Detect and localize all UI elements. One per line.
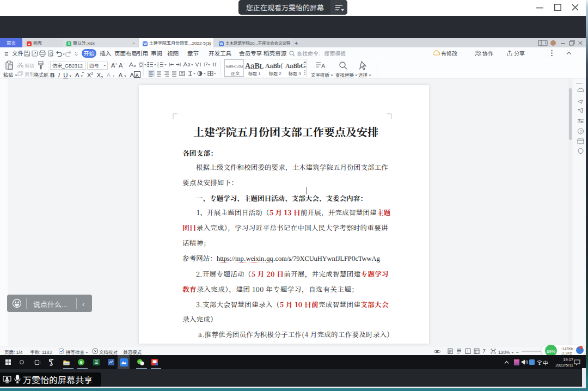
svg-text:3: 3 [157,65,159,68]
svg-text:A: A [136,71,139,78]
svg-text:?: ? [580,129,582,134]
svg-text:A: A [321,61,326,70]
